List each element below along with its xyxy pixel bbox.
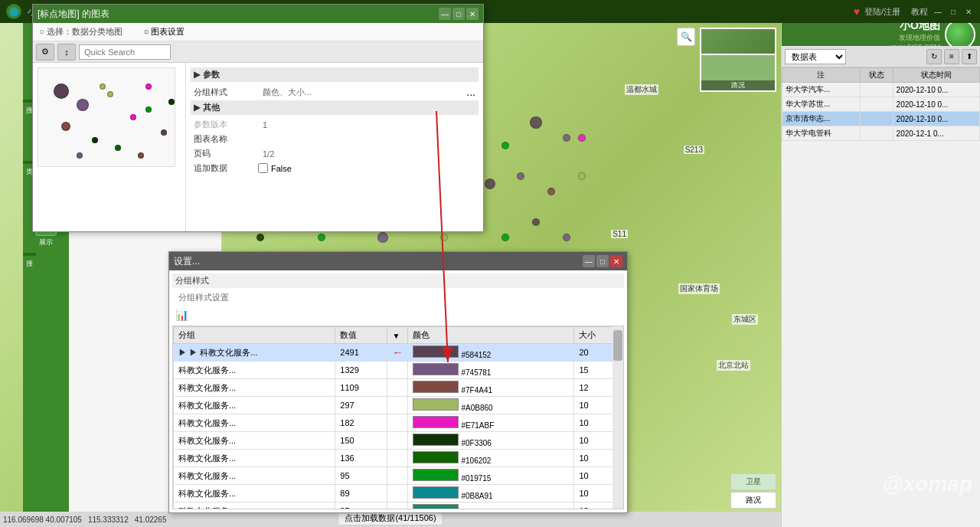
color-cell[interactable]: #7F4A41 xyxy=(408,379,574,397)
satellite-button[interactable]: 卫星 xyxy=(730,473,776,490)
legend-titlebar: [标点地图] 的图表 — □ ✕ xyxy=(33,5,483,23)
table-row[interactable]: 华大学电管科2020-12-1 0... xyxy=(782,126,980,141)
map-dot xyxy=(578,134,586,142)
table-row[interactable]: 华大学汽车...2020-12-10 0... xyxy=(782,83,980,97)
settings-maximize[interactable]: □ xyxy=(596,255,609,267)
color-swatch xyxy=(413,398,459,411)
add-data-checkbox[interactable] xyxy=(258,163,268,173)
settings-row[interactable]: 科教文化服务...136 #10620210 xyxy=(174,450,623,467)
color-swatch xyxy=(413,469,459,481)
legend-dot xyxy=(145,83,152,90)
quick-search-input[interactable] xyxy=(79,44,171,60)
legend-tool-1[interactable]: ⚙ xyxy=(36,44,54,61)
map-dot xyxy=(485,178,495,189)
map-label-beizhan: 北京北站 xyxy=(717,360,750,371)
settings-content: 分组样式 分组样式设置 📊 分组数值▼颜色大小 ▶ ▶ 科教文化服务...249… xyxy=(169,270,627,512)
settings-scrollbar[interactable] xyxy=(612,326,623,509)
map-search-button[interactable]: 🔍 xyxy=(677,28,695,46)
export-button[interactable]: ⬆ xyxy=(962,49,977,64)
legend-minimize[interactable]: — xyxy=(439,8,451,20)
map-dot xyxy=(501,142,509,149)
settings-close[interactable]: ✕ xyxy=(610,255,622,267)
color-swatch xyxy=(413,416,459,428)
chart-name-label: 图表名称 xyxy=(194,133,255,145)
settings-table-container: 分组数值▼颜色大小 ▶ ▶ 科教文化服务...2491← #58415220科教… xyxy=(172,326,624,509)
color-cell[interactable]: #0B8A91 xyxy=(408,485,574,502)
params-version-value: 1 xyxy=(263,120,267,129)
group-style-expand[interactable]: ... xyxy=(466,86,475,98)
chart-setting-option[interactable]: ○ 图表设置 xyxy=(144,26,185,38)
refresh-button[interactable]: ↻ xyxy=(926,49,942,64)
legend-settings-area: ▶ 参数 分组样式 颜色、大小... ... ▶ 其他 参数版本 1 图表名称 … xyxy=(186,63,483,231)
map-dot xyxy=(578,172,586,180)
list-view-button[interactable]: ≡ xyxy=(944,49,959,64)
value-cell: 182 xyxy=(335,414,387,432)
map-dot xyxy=(440,234,448,241)
road-button[interactable]: 路况 xyxy=(730,492,776,509)
color-cell[interactable]: #E71ABF xyxy=(408,414,574,432)
settings-row[interactable]: 科教文化服务...297 #A0B86010 xyxy=(174,397,623,414)
legend-preview-area xyxy=(33,63,186,231)
maximize-button[interactable]: □ xyxy=(948,6,959,17)
table-row[interactable]: 京市清华志...2020-12-10 0... xyxy=(782,112,980,126)
settings-icon-row: 📊 xyxy=(172,307,624,322)
map-dot xyxy=(256,234,264,241)
settings-row[interactable]: 科教文化服务...89 #0B8A9110 xyxy=(174,485,623,502)
legend-dot xyxy=(145,106,152,113)
add-data-row: 追加数据 False xyxy=(191,162,479,175)
table-type-select[interactable]: 数据表 xyxy=(785,49,846,64)
color-cell[interactable]: #106202 xyxy=(408,450,574,467)
settings-row[interactable]: 科教文化服务...95 #01971510 xyxy=(174,467,623,485)
color-cell[interactable]: #0F3306 xyxy=(408,432,574,450)
color-swatch xyxy=(413,381,459,393)
color-swatch xyxy=(413,363,459,375)
table-row[interactable]: 华大学苏世...2020-12-10 0... xyxy=(782,97,980,112)
settings-row[interactable]: 科教文化服务...87 #26846510 xyxy=(174,502,623,510)
color-cell[interactable]: #019715 xyxy=(408,467,574,485)
color-cell[interactable]: #584152 xyxy=(408,344,574,362)
settings-titlebar: 设置... — □ ✕ xyxy=(169,252,627,270)
settings-row[interactable]: 科教文化服务...1109 #7F4A4112 xyxy=(174,379,623,397)
settings-row[interactable]: 科教文化服务...182 #E71ABF10 xyxy=(174,414,623,432)
legend-maximize[interactable]: □ xyxy=(452,8,465,20)
value-cell: 1329 xyxy=(335,362,387,379)
close-button[interactable]: ✕ xyxy=(963,6,974,17)
legend-preview-canvas xyxy=(38,67,175,167)
table-cell: 华大学汽车... xyxy=(782,83,861,97)
value-cell: 150 xyxy=(335,432,387,450)
group-cell: 科教文化服务... xyxy=(178,506,236,510)
group-cell: 科教文化服务... xyxy=(178,365,236,375)
settings-row[interactable]: 科教文化服务...150 #0F330610 xyxy=(174,432,623,450)
settings-row[interactable]: 科教文化服务...1329 #74578115 xyxy=(174,362,623,379)
settings-minimize[interactable]: — xyxy=(583,255,595,267)
tutorial-label[interactable]: 教程 xyxy=(911,6,928,18)
map-dot xyxy=(501,234,509,241)
settings-row[interactable]: ▶ ▶ 科教文化服务...2491← #58415220 xyxy=(174,344,623,362)
map-dot xyxy=(318,234,325,241)
minimize-button[interactable]: — xyxy=(933,6,943,17)
legend-close[interactable]: ✕ xyxy=(466,8,479,20)
color-cell[interactable]: #745781 xyxy=(408,362,574,379)
legend-dot xyxy=(54,83,69,99)
add-data-label: 追加数据 xyxy=(194,162,255,174)
coords-1: 116.069698 40.007105 xyxy=(3,516,82,524)
minimap-road: 路况 xyxy=(700,54,776,92)
legend-dot xyxy=(107,91,113,97)
map-label-wenshui: 温都水城 xyxy=(625,84,658,95)
map-overlay-buttons: 卫星 路况 xyxy=(730,473,776,509)
panel-table-header: 数据表 ↻ ≡ ⬆ xyxy=(782,46,980,67)
map-dot xyxy=(377,232,388,243)
legend-dot xyxy=(100,83,106,90)
option-label[interactable]: ○ 选择：数据分类地图 xyxy=(39,26,122,38)
legend-dot xyxy=(77,152,83,159)
color-cell[interactable]: #A0B860 xyxy=(408,397,574,414)
login-label[interactable]: 登陆/注册 xyxy=(864,6,900,18)
value-cell: 136 xyxy=(335,450,387,467)
color-cell[interactable]: #268465 xyxy=(408,502,574,510)
legend-tool-sort[interactable]: ↕ xyxy=(57,44,76,61)
table-col-header: 状态 xyxy=(860,68,893,83)
table-cell: 2020-12-1 0... xyxy=(893,126,979,141)
scrollbar-thumb[interactable] xyxy=(613,330,622,361)
legend-dot xyxy=(138,152,144,159)
map-dot xyxy=(517,172,524,180)
